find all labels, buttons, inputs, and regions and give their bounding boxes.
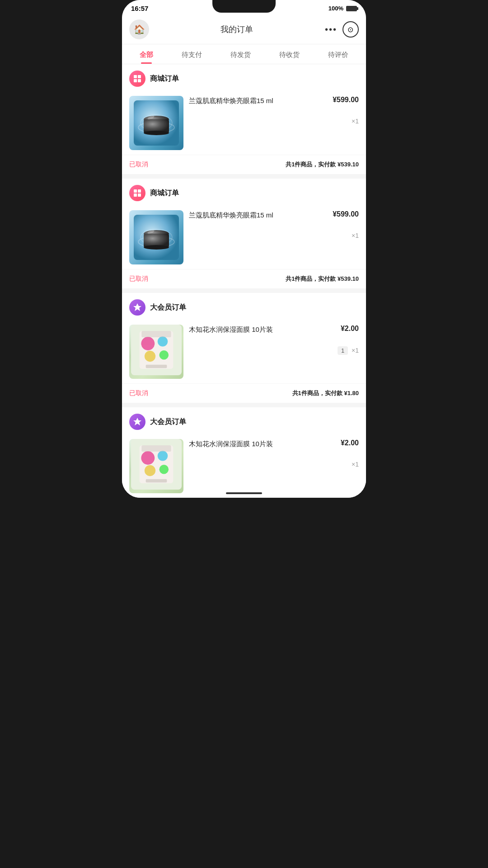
product-info: 兰蔻肌底精华焕亮眼霜15 ml ¥599.00 ×1 xyxy=(189,210,359,239)
product-price: ¥599.00 xyxy=(333,210,359,218)
product-image xyxy=(129,325,183,379)
order-header: 商城订单 xyxy=(122,179,366,206)
svg-rect-13 xyxy=(134,193,137,197)
battery-percent: 100% xyxy=(328,5,343,12)
svg-point-20 xyxy=(144,245,169,250)
order-header: 大会员订单 xyxy=(122,407,366,434)
svg-point-26 xyxy=(145,351,155,362)
svg-point-27 xyxy=(160,350,169,360)
svg-point-35 xyxy=(160,465,169,474)
header: 🏠 我的订单 ••• ⊙ xyxy=(122,15,366,44)
order-footer: 已取消 共1件商品，实付款 ¥539.10 xyxy=(122,155,366,174)
page-title: 我的订单 xyxy=(221,24,253,35)
battery-icon xyxy=(346,6,357,11)
svg-rect-3 xyxy=(138,79,141,82)
svg-point-24 xyxy=(141,337,155,350)
vip-order-icon xyxy=(129,299,145,316)
product-info: 木知花水润保湿面膜 10片装 ¥2.00 1 ×1 xyxy=(189,325,359,355)
order-footer: 已取消 共1件商品，实付款 ¥1.80 xyxy=(122,383,366,403)
svg-rect-2 xyxy=(134,79,137,82)
order-header: 大会员订单 xyxy=(122,293,366,320)
more-button[interactable]: ••• xyxy=(325,24,337,35)
vip-order-icon xyxy=(129,414,145,430)
product-qty: ×1 xyxy=(352,118,359,125)
home-button[interactable]: 🏠 xyxy=(129,19,149,39)
product-name: 兰蔻肌底精华焕亮眼霜15 ml xyxy=(189,96,273,105)
qty-badge: 1 xyxy=(338,346,348,355)
phone-frame: 16:57 100% 🏠 我的订单 ••• ⊙ 全部 待支付 待发货 待收货 xyxy=(122,0,366,498)
svg-point-9 xyxy=(144,131,169,135)
header-actions: ••• ⊙ xyxy=(325,21,359,38)
mall-order-icon xyxy=(129,71,145,87)
order-footer: 已取消 共1件商品，实付款 ¥539.10 xyxy=(122,269,366,288)
svg-rect-37 xyxy=(146,479,167,482)
product-image xyxy=(129,96,183,150)
svg-rect-36 xyxy=(141,445,171,452)
order-status: 已取消 xyxy=(129,275,148,283)
order-card[interactable]: 大会员订单 木知花水 xyxy=(122,407,366,498)
scan-icon: ⊙ xyxy=(347,25,353,34)
tabs-bar: 全部 待支付 待发货 待收货 待评价 xyxy=(122,44,366,64)
order-card[interactable]: 商城订单 xyxy=(122,64,366,174)
svg-rect-28 xyxy=(141,331,171,337)
svg-rect-29 xyxy=(146,365,167,368)
product-name: 木知花水润保湿面膜 10片装 xyxy=(189,325,273,334)
order-type-label: 商城订单 xyxy=(150,189,179,198)
product-info: 木知花水润保湿面膜 10片装 ¥2.00 ×1 xyxy=(189,439,359,468)
product-price: ¥2.00 xyxy=(341,325,359,333)
svg-rect-12 xyxy=(138,189,141,193)
tab-pending-review[interactable]: 待评价 xyxy=(324,44,353,64)
order-card[interactable]: 大会员订单 xyxy=(122,293,366,403)
order-type-label: 商城订单 xyxy=(150,74,179,84)
svg-rect-11 xyxy=(134,189,137,193)
svg-point-25 xyxy=(158,336,168,346)
order-item: 木知花水润保湿面膜 10片装 ¥2.00 1 ×1 xyxy=(122,320,366,383)
tab-pending-ship[interactable]: 待发货 xyxy=(226,44,255,64)
order-summary: 共1件商品，实付款 ¥539.10 xyxy=(286,160,359,169)
order-list: 商城订单 xyxy=(122,64,366,498)
order-summary: 共1件商品，实付款 ¥539.10 xyxy=(286,275,359,283)
status-right: 100% xyxy=(328,5,357,12)
order-item: 木知花水润保湿面膜 10片装 ¥2.00 ×1 xyxy=(122,434,366,498)
home-icon: 🏠 xyxy=(134,24,145,35)
product-qty: ×1 xyxy=(352,461,359,468)
order-summary: 共1件商品，实付款 ¥1.80 xyxy=(292,389,359,397)
notch xyxy=(212,0,276,13)
svg-rect-1 xyxy=(138,75,141,78)
product-price: ¥599.00 xyxy=(333,96,359,104)
product-price: ¥2.00 xyxy=(341,439,359,447)
scrollbar[interactable] xyxy=(226,492,262,494)
tab-pending-pay[interactable]: 待支付 xyxy=(177,44,206,64)
svg-point-33 xyxy=(158,451,168,461)
order-header: 商城订单 xyxy=(122,64,366,91)
time: 16:57 xyxy=(131,5,148,12)
svg-rect-0 xyxy=(134,75,137,78)
product-info: 兰蔻肌底精华焕亮眼霜15 ml ¥599.00 ×1 xyxy=(189,96,359,125)
product-name: 木知花水润保湿面膜 10片装 xyxy=(189,439,273,448)
order-type-label: 大会员订单 xyxy=(150,303,186,312)
svg-point-32 xyxy=(141,451,155,465)
scan-button[interactable]: ⊙ xyxy=(343,21,359,38)
product-image xyxy=(129,439,183,493)
tab-all[interactable]: 全部 xyxy=(135,44,158,64)
order-type-label: 大会员订单 xyxy=(150,417,186,427)
product-qty: 1 ×1 xyxy=(338,346,359,355)
order-status: 已取消 xyxy=(129,389,148,397)
svg-point-34 xyxy=(145,465,155,476)
order-status: 已取消 xyxy=(129,160,148,169)
order-card[interactable]: 商城订单 xyxy=(122,179,366,288)
order-item: 兰蔻肌底精华焕亮眼霜15 ml ¥599.00 ×1 xyxy=(122,206,366,269)
product-name: 兰蔻肌底精华焕亮眼霜15 ml xyxy=(189,210,273,220)
order-item: 兰蔻肌底精华焕亮眼霜15 ml ¥599.00 ×1 xyxy=(122,91,366,155)
tab-pending-receive[interactable]: 待收货 xyxy=(275,44,304,64)
product-image xyxy=(129,210,183,264)
product-qty: ×1 xyxy=(352,232,359,239)
mall-order-icon xyxy=(129,185,145,201)
svg-rect-14 xyxy=(138,193,141,197)
